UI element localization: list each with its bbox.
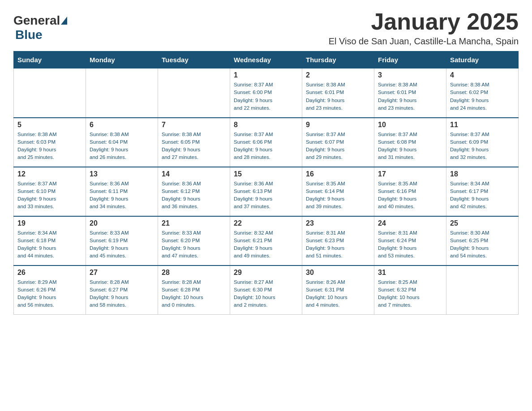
calendar-cell: 1Sunrise: 8:37 AM Sunset: 6:00 PM Daylig…	[230, 68, 302, 118]
day-number: 22	[234, 219, 298, 227]
calendar-cell: 6Sunrise: 8:38 AM Sunset: 6:04 PM Daylig…	[86, 118, 158, 167]
day-number: 26	[17, 269, 82, 277]
day-number: 21	[162, 219, 226, 227]
day-info: Sunrise: 8:37 AM Sunset: 6:08 PM Dayligh…	[378, 131, 442, 162]
calendar-cell: 29Sunrise: 8:27 AM Sunset: 6:30 PM Dayli…	[230, 265, 302, 315]
day-info: Sunrise: 8:29 AM Sunset: 6:26 PM Dayligh…	[17, 278, 82, 309]
day-info: Sunrise: 8:35 AM Sunset: 6:16 PM Dayligh…	[378, 180, 442, 211]
day-number: 31	[378, 269, 442, 277]
day-number: 1	[234, 71, 298, 79]
calendar-cell: 26Sunrise: 8:29 AM Sunset: 6:26 PM Dayli…	[14, 265, 86, 315]
day-info: Sunrise: 8:33 AM Sunset: 6:19 PM Dayligh…	[90, 229, 154, 260]
calendar-cell: 3Sunrise: 8:38 AM Sunset: 6:01 PM Daylig…	[374, 68, 446, 118]
day-info: Sunrise: 8:31 AM Sunset: 6:23 PM Dayligh…	[306, 229, 370, 260]
day-number: 30	[306, 269, 370, 277]
calendar-cell: 7Sunrise: 8:38 AM Sunset: 6:05 PM Daylig…	[158, 118, 230, 167]
day-number: 2	[306, 71, 370, 79]
calendar-week-row: 26Sunrise: 8:29 AM Sunset: 6:26 PM Dayli…	[14, 265, 519, 315]
day-number: 11	[450, 121, 515, 129]
day-number: 8	[234, 121, 298, 129]
month-title: January 2025	[329, 9, 519, 34]
day-info: Sunrise: 8:38 AM Sunset: 6:01 PM Dayligh…	[378, 81, 442, 112]
header-sunday: Sunday	[14, 51, 86, 68]
header-tuesday: Tuesday	[158, 51, 230, 68]
calendar-header-row: SundayMondayTuesdayWednesdayThursdayFrid…	[14, 51, 519, 68]
calendar-cell: 28Sunrise: 8:28 AM Sunset: 6:28 PM Dayli…	[158, 265, 230, 315]
day-number: 19	[17, 219, 82, 227]
calendar-cell: 17Sunrise: 8:35 AM Sunset: 6:16 PM Dayli…	[374, 167, 446, 216]
day-number: 16	[306, 170, 370, 178]
day-info: Sunrise: 8:37 AM Sunset: 6:06 PM Dayligh…	[234, 131, 298, 162]
logo-triangle-icon	[61, 17, 67, 25]
calendar-cell	[86, 68, 158, 118]
day-info: Sunrise: 8:37 AM Sunset: 6:09 PM Dayligh…	[450, 131, 515, 162]
day-info: Sunrise: 8:37 AM Sunset: 6:07 PM Dayligh…	[306, 131, 370, 162]
calendar-cell: 25Sunrise: 8:30 AM Sunset: 6:25 PM Dayli…	[446, 216, 519, 265]
day-number: 10	[378, 121, 442, 129]
day-info: Sunrise: 8:38 AM Sunset: 6:04 PM Dayligh…	[90, 131, 154, 162]
day-number: 15	[234, 170, 298, 178]
day-number: 9	[306, 121, 370, 129]
day-number: 7	[162, 121, 226, 129]
calendar-cell: 23Sunrise: 8:31 AM Sunset: 6:23 PM Dayli…	[302, 216, 374, 265]
calendar-cell: 13Sunrise: 8:36 AM Sunset: 6:11 PM Dayli…	[86, 167, 158, 216]
header-monday: Monday	[86, 51, 158, 68]
day-info: Sunrise: 8:36 AM Sunset: 6:12 PM Dayligh…	[162, 180, 226, 211]
day-number: 28	[162, 269, 226, 277]
calendar-cell: 21Sunrise: 8:33 AM Sunset: 6:20 PM Dayli…	[158, 216, 230, 265]
calendar-cell: 14Sunrise: 8:36 AM Sunset: 6:12 PM Dayli…	[158, 167, 230, 216]
day-info: Sunrise: 8:37 AM Sunset: 6:00 PM Dayligh…	[234, 81, 298, 112]
location-title: El Viso de San Juan, Castille-La Mancha,…	[329, 36, 519, 47]
day-info: Sunrise: 8:34 AM Sunset: 6:17 PM Dayligh…	[450, 180, 515, 211]
day-number: 17	[378, 170, 442, 178]
header-saturday: Saturday	[446, 51, 519, 68]
calendar-cell	[446, 265, 519, 315]
day-number: 23	[306, 219, 370, 227]
day-info: Sunrise: 8:37 AM Sunset: 6:10 PM Dayligh…	[17, 180, 82, 211]
day-number: 29	[234, 269, 298, 277]
day-info: Sunrise: 8:36 AM Sunset: 6:13 PM Dayligh…	[234, 180, 298, 211]
day-number: 4	[450, 71, 515, 79]
header-thursday: Thursday	[302, 51, 374, 68]
day-info: Sunrise: 8:35 AM Sunset: 6:14 PM Dayligh…	[306, 180, 370, 211]
calendar-cell: 31Sunrise: 8:25 AM Sunset: 6:32 PM Dayli…	[374, 265, 446, 315]
day-number: 25	[450, 219, 515, 227]
calendar-cell: 18Sunrise: 8:34 AM Sunset: 6:17 PM Dayli…	[446, 167, 519, 216]
calendar-cell: 12Sunrise: 8:37 AM Sunset: 6:10 PM Dayli…	[14, 167, 86, 216]
day-number: 20	[90, 219, 154, 227]
day-info: Sunrise: 8:38 AM Sunset: 6:03 PM Dayligh…	[17, 131, 82, 162]
day-info: Sunrise: 8:28 AM Sunset: 6:28 PM Dayligh…	[162, 278, 226, 309]
calendar-cell: 24Sunrise: 8:31 AM Sunset: 6:24 PM Dayli…	[374, 216, 446, 265]
day-info: Sunrise: 8:36 AM Sunset: 6:11 PM Dayligh…	[90, 180, 154, 211]
calendar-cell: 8Sunrise: 8:37 AM Sunset: 6:06 PM Daylig…	[230, 118, 302, 167]
calendar-cell: 27Sunrise: 8:28 AM Sunset: 6:27 PM Dayli…	[86, 265, 158, 315]
calendar-cell: 10Sunrise: 8:37 AM Sunset: 6:08 PM Dayli…	[374, 118, 446, 167]
calendar-cell	[158, 68, 230, 118]
day-number: 18	[450, 170, 515, 178]
day-info: Sunrise: 8:33 AM Sunset: 6:20 PM Dayligh…	[162, 229, 226, 260]
calendar-cell: 2Sunrise: 8:38 AM Sunset: 6:01 PM Daylig…	[302, 68, 374, 118]
logo-blue-text: Blue	[15, 28, 43, 42]
header-friday: Friday	[374, 51, 446, 68]
day-number: 6	[90, 121, 154, 129]
day-number: 12	[17, 170, 82, 178]
calendar-cell: 20Sunrise: 8:33 AM Sunset: 6:19 PM Dayli…	[86, 216, 158, 265]
logo: General Blue	[13, 13, 68, 42]
day-info: Sunrise: 8:31 AM Sunset: 6:24 PM Dayligh…	[378, 229, 442, 260]
day-info: Sunrise: 8:25 AM Sunset: 6:32 PM Dayligh…	[378, 278, 442, 309]
day-info: Sunrise: 8:30 AM Sunset: 6:25 PM Dayligh…	[450, 229, 515, 260]
day-info: Sunrise: 8:38 AM Sunset: 6:01 PM Dayligh…	[306, 81, 370, 112]
day-info: Sunrise: 8:32 AM Sunset: 6:21 PM Dayligh…	[234, 229, 298, 260]
calendar-cell: 15Sunrise: 8:36 AM Sunset: 6:13 PM Dayli…	[230, 167, 302, 216]
day-info: Sunrise: 8:26 AM Sunset: 6:31 PM Dayligh…	[306, 278, 370, 309]
calendar-table: SundayMondayTuesdayWednesdayThursdayFrid…	[13, 51, 519, 315]
day-number: 24	[378, 219, 442, 227]
calendar-cell: 22Sunrise: 8:32 AM Sunset: 6:21 PM Dayli…	[230, 216, 302, 265]
day-number: 3	[378, 71, 442, 79]
calendar-cell: 19Sunrise: 8:34 AM Sunset: 6:18 PM Dayli…	[14, 216, 86, 265]
page-header: General Blue January 2025 El Viso de San…	[13, 9, 519, 47]
day-info: Sunrise: 8:38 AM Sunset: 6:02 PM Dayligh…	[450, 81, 515, 112]
day-info: Sunrise: 8:27 AM Sunset: 6:30 PM Dayligh…	[234, 278, 298, 309]
day-info: Sunrise: 8:34 AM Sunset: 6:18 PM Dayligh…	[17, 229, 82, 260]
calendar-cell: 9Sunrise: 8:37 AM Sunset: 6:07 PM Daylig…	[302, 118, 374, 167]
